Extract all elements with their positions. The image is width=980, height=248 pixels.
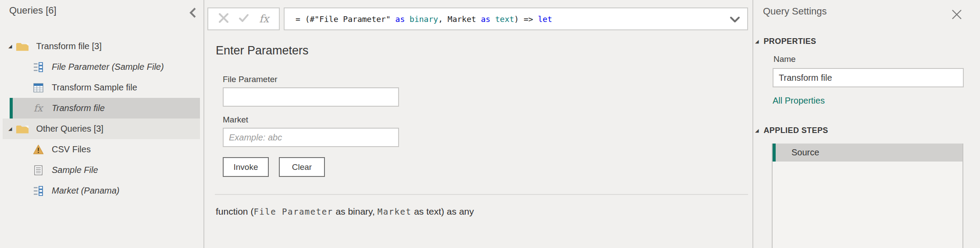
expand-triangle-icon[interactable]: ◢ xyxy=(8,126,12,131)
applied-steps-header-label: APPLIED STEPS xyxy=(763,126,828,135)
commit-formula-icon[interactable] xyxy=(239,13,249,25)
query-item-csv-files[interactable]: CSV Files xyxy=(0,139,200,160)
table-icon xyxy=(32,83,45,93)
folder-icon xyxy=(16,41,29,52)
section-collapse-icon: ◢ xyxy=(755,128,759,133)
query-item-label: Transform file [3] xyxy=(36,41,101,51)
function-signature: function (File Parameter as binary, Mark… xyxy=(216,206,474,217)
query-item-other-queries-3[interactable]: ◢Other Queries [3] xyxy=(3,119,200,139)
formula-text: = (#"File Parameter" as binary, Market a… xyxy=(296,14,552,24)
properties-header-label: PROPERTIES xyxy=(763,37,816,46)
formula-token-plain xyxy=(405,14,410,24)
signature-text: as binary, xyxy=(333,206,378,216)
formula-token-plain: , Market xyxy=(438,14,481,24)
query-item-label: Sample File xyxy=(52,165,98,175)
queries-pane-title: Queries [6] xyxy=(9,5,57,16)
expand-triangle-icon[interactable]: ◢ xyxy=(8,44,12,49)
formula-token-keyword: as xyxy=(396,14,405,24)
function-icon: fx xyxy=(32,104,45,113)
query-item-transform-sample-file[interactable]: Transform Sample file xyxy=(0,77,200,98)
query-item-label: Transform file xyxy=(52,103,105,113)
queries-pane: Queries [6] ◢Transform file [3]File Para… xyxy=(0,0,203,248)
sidebar-divider xyxy=(203,0,204,248)
collapse-queries-pane-button[interactable] xyxy=(189,7,198,18)
chevron-left-icon xyxy=(189,12,198,20)
formula-bar-actions: fx xyxy=(207,7,280,30)
enter-parameters-heading: Enter Parameters xyxy=(216,44,309,58)
query-item-label: CSV Files xyxy=(52,144,91,155)
selected-accent-bar xyxy=(10,98,13,119)
query-item-sample-file[interactable]: Sample File xyxy=(0,160,200,180)
expand-formula-chevron-down-icon[interactable] xyxy=(730,16,740,25)
market-input[interactable] xyxy=(223,128,399,147)
market-label: Market xyxy=(223,115,248,125)
section-collapse-icon: ◢ xyxy=(755,39,759,44)
formula-token-plain: ) => xyxy=(514,14,538,24)
query-settings-divider xyxy=(752,0,753,248)
signature-text: as text) as any xyxy=(411,206,474,216)
cancel-formula-icon[interactable] xyxy=(218,13,229,25)
formula-token-type: binary xyxy=(410,14,438,24)
formula-token-type: text xyxy=(495,14,514,24)
formula-token-keyword: as xyxy=(481,14,491,24)
invoke-button[interactable]: Invoke xyxy=(223,157,269,177)
name-label: Name xyxy=(773,54,796,64)
formula-token-plain: = (#"File Parameter" xyxy=(296,14,396,24)
query-item-label: File Parameter (Sample File) xyxy=(52,62,164,72)
folder-icon xyxy=(16,123,29,134)
parameter-icon xyxy=(32,62,45,72)
query-item-market-panama[interactable]: Market (Panama) xyxy=(0,180,200,201)
query-item-label: Transform Sample file xyxy=(52,83,137,93)
file-parameter-label: File Parameter xyxy=(223,75,278,84)
signature-parameter: File Parameter xyxy=(253,207,333,216)
applied-step-label: Source xyxy=(791,147,819,158)
warning-icon xyxy=(32,144,45,155)
applied-steps-section-header[interactable]: ◢ APPLIED STEPS xyxy=(755,126,828,135)
query-item-file-parameter-sample-file[interactable]: File Parameter (Sample File) xyxy=(0,57,200,77)
query-item-transform-file-3[interactable]: ◢Transform file [3] xyxy=(3,36,200,57)
applied-step-source[interactable]: Source xyxy=(773,144,962,162)
document-icon xyxy=(32,165,45,176)
clear-button[interactable]: Clear xyxy=(279,157,325,177)
fx-icon[interactable]: fx xyxy=(259,14,269,24)
signature-text: function ( xyxy=(216,206,253,216)
formula-input[interactable]: = (#"File Parameter" as binary, Market a… xyxy=(284,7,748,30)
close-icon xyxy=(951,14,962,21)
selected-accent-bar xyxy=(773,144,776,162)
signature-parameter: Market xyxy=(378,207,412,216)
query-item-label: Other Queries [3] xyxy=(36,124,103,134)
formula-token-keyword: let xyxy=(538,14,552,24)
properties-section-header[interactable]: ◢ PROPERTIES xyxy=(755,37,816,46)
parameter-icon xyxy=(32,186,45,196)
form-divider xyxy=(215,194,748,195)
close-query-settings-button[interactable] xyxy=(951,9,962,20)
query-name-input[interactable] xyxy=(773,68,964,87)
query-item-label: Market (Panama) xyxy=(52,186,120,196)
file-parameter-input[interactable] xyxy=(223,87,399,107)
query-settings-title: Query Settings xyxy=(763,6,827,17)
all-properties-link[interactable]: All Properties xyxy=(773,96,825,106)
applied-steps-list: Source xyxy=(772,144,963,248)
query-item-transform-file[interactable]: fxTransform file xyxy=(10,98,200,119)
formula-token-plain xyxy=(490,14,495,24)
